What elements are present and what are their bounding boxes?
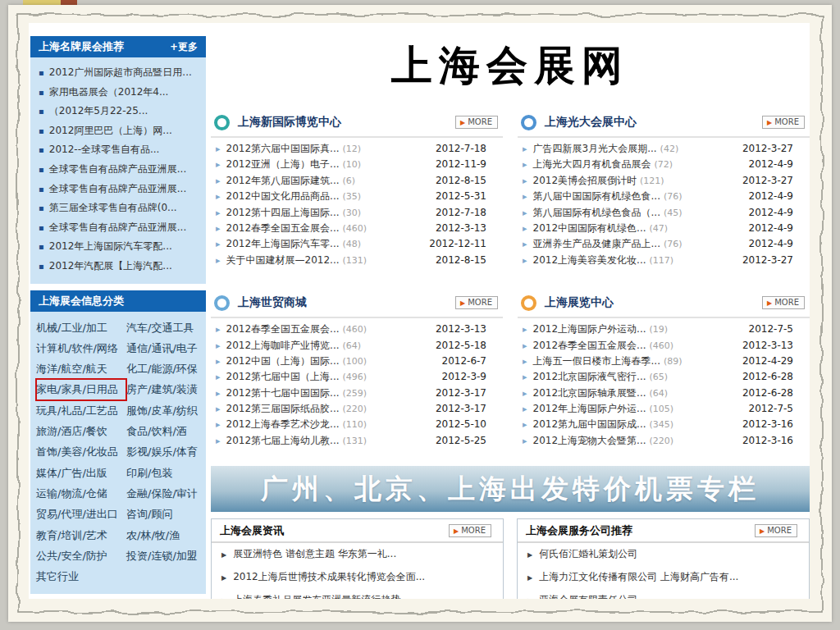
exhibition-title[interactable]: 2012第七届中国（上海... (226, 370, 340, 384)
recommend-more-link[interactable]: +更多 (170, 40, 198, 54)
category-link[interactable]: 媒体/广告/出版 (36, 463, 126, 483)
exhibition-title[interactable]: 2012上海春季艺术沙龙... (226, 418, 340, 431)
exhibition-title[interactable]: 2012上海宠物大会暨第... (533, 434, 646, 448)
exhibition-row[interactable]: 2012第十四届上海国际... (30) 2012-7-18 (211, 206, 503, 221)
category-link[interactable]: 汽车/交通工具 (126, 317, 203, 338)
recommend-item[interactable]: 2012广州国际超市商品暨日用... (37, 63, 203, 83)
recommend-item[interactable]: 2012年上海国际汽车零配... (37, 237, 203, 257)
exhibition-title[interactable]: 2012年上海国际户外运... (533, 402, 646, 416)
section-title[interactable]: 上海新国际博览中心 (238, 115, 341, 130)
exhibition-row[interactable]: 2012美博会招展倒计时 (121) 2012-3-27 (518, 174, 810, 189)
exhibition-title[interactable]: 2012春季全国五金展会... (226, 322, 340, 336)
more-button[interactable]: MORE (755, 524, 797, 537)
exhibition-row[interactable]: 2012春季全国五金展会... (460) 2012-3-13 (211, 322, 503, 338)
exhibition-row[interactable]: 2012上海咖啡产业博览... (64) 2012-5-18 (211, 339, 503, 354)
exhibition-title[interactable]: 第八届国际有机绿色食品（... (533, 206, 660, 220)
category-link[interactable]: 公共/安全/防护 (36, 546, 126, 566)
exhibition-row[interactable]: 2012第三届国际纸品胶... (220) 2012-3-17 (211, 402, 503, 418)
recommend-item[interactable]: 家用电器展会（2012年4... (37, 83, 203, 103)
exhibition-row[interactable]: 2012中国（上海）国际... (100) 2012-6-7 (211, 354, 503, 370)
exhibition-row[interactable]: 2012春季全国五金展会... (460) 2012-3-13 (518, 339, 810, 354)
section-title[interactable]: 上海光大会展中心 (545, 115, 637, 130)
category-link[interactable]: 首饰/美容/化妆品 (36, 441, 126, 462)
exhibition-row[interactable]: 2012年上海国际户外运... (105) 2012-7-5 (518, 402, 810, 418)
news-item[interactable]: 上海春季礼品展发布亚洲最新流行趋势 (212, 589, 503, 599)
news-item[interactable]: 展亚洲特色 谱创意主题 华东第一礼... (212, 543, 503, 566)
exhibition-title[interactable]: 2012年上海国际汽车零... (226, 237, 340, 251)
exhibition-title[interactable]: 2012中国国际有机绿色... (533, 221, 646, 235)
exhibition-title[interactable]: 第八届中国国际有机绿色食... (533, 189, 660, 203)
exhibition-row[interactable]: 上海五一假日楼市上海春季... (89) 2012-4-29 (518, 354, 810, 370)
exhibition-row[interactable]: 2012中国文化用品商品... (35) 2012-5-31 (211, 189, 503, 205)
category-link[interactable]: 其它行业 (36, 566, 126, 587)
exhibition-row[interactable]: 关于中国建材展—2012... (131) 2012-8-15 (211, 253, 503, 269)
exhibition-title[interactable]: 2012上海美容美发化妆... (533, 253, 646, 267)
section-title[interactable]: 上海世贸商城 (238, 295, 307, 310)
category-link[interactable]: 计算机/软件/网络 (36, 338, 126, 358)
category-link[interactable]: 金融/保险/审计 (126, 483, 203, 504)
exhibition-title[interactable]: 2012上海国际户外运动... (533, 322, 646, 336)
category-link[interactable]: 贸易/代理/进出口 (36, 504, 126, 524)
recommend-item[interactable]: 2012--全球零售自有品... (37, 140, 203, 160)
exhibition-row[interactable]: 2012年上海国际汽车零... (48) 2012-12-11 (211, 237, 503, 253)
exhibition-row[interactable]: 2012亚洲（上海）电子... (10) 2012-11-9 (211, 158, 503, 173)
company-item[interactable]: 何氏佰汇婚礼策划公司 (518, 543, 809, 566)
exhibition-row[interactable]: 2012年第八届国际建筑... (6) 2012-8-15 (211, 174, 503, 189)
recommend-item[interactable]: 第三届全球零售自有品牌(0... (37, 199, 203, 218)
exhibition-title[interactable]: 2012中国文化用品商品... (226, 189, 340, 203)
category-link[interactable]: 通信/通讯/电子 (126, 338, 203, 358)
airfare-banner[interactable]: 广州、北京、上海出发特价机票专栏 (211, 466, 810, 512)
exhibition-row[interactable]: 亚洲养生产品及健康产品上... (76) 2012-4-9 (518, 237, 810, 253)
recommend-item[interactable]: 全球零售自有品牌产品亚洲展... (37, 160, 203, 180)
exhibition-title[interactable]: 2012春季全国五金展会... (226, 221, 340, 235)
more-button[interactable]: MORE (455, 116, 498, 129)
exhibition-title[interactable]: 上海光大四月有机食品展会 (533, 158, 651, 171)
category-link[interactable]: 农/林/牧/渔 (126, 525, 203, 546)
exhibition-title[interactable]: 2012年第八届国际建筑... (226, 174, 340, 188)
exhibition-row[interactable]: 2012上海宠物大会暨第... (220) 2012-3-16 (518, 434, 810, 450)
exhibition-row[interactable]: 2012第九届中国国际成... (345) 2012-3-16 (518, 418, 810, 433)
category-link[interactable]: 教育/培训/艺术 (36, 525, 126, 546)
company-item[interactable]: 上海力江文化传播有限公司 上海财高广告有... (518, 566, 809, 589)
exhibition-title[interactable]: 2012中国（上海）国际... (226, 354, 340, 368)
category-link[interactable]: 化工/能源/环保 (126, 358, 203, 379)
recommend-item[interactable]: 全球零售自有品牌产品亚洲展... (37, 180, 203, 199)
category-link[interactable]: 机械/工业/加工 (36, 317, 126, 338)
exhibition-title[interactable]: 亚洲养生产品及健康产品上... (533, 237, 660, 251)
category-link[interactable]: 投资/连锁/加盟 (126, 546, 203, 566)
more-button[interactable]: MORE (762, 296, 805, 309)
category-link[interactable]: 房产/建筑/装潢 (126, 379, 203, 399)
exhibition-title[interactable]: 2012第六届中国国际真... (226, 142, 340, 156)
site-logo-title[interactable]: 上海会展网 (211, 41, 810, 90)
exhibition-row[interactable]: 2012北京国际轴承展暨... (64) 2012-6-28 (518, 386, 810, 402)
exhibition-title[interactable]: 2012美博会招展倒计时 (533, 174, 637, 188)
exhibition-title[interactable]: 2012第七届上海幼儿教... (226, 434, 340, 448)
exhibition-row[interactable]: 2012第七届上海幼儿教... (131) 2012-5-25 (211, 434, 503, 450)
exhibition-row[interactable]: 2012春季全国五金展会... (460) 2012-3-13 (211, 221, 503, 237)
category-link[interactable]: 旅游/酒店/餐饮 (36, 421, 126, 441)
exhibition-row[interactable]: 2012北京国际液气密行... (65) 2012-6-28 (518, 370, 810, 386)
exhibition-row[interactable]: 2012中国国际有机绿色... (47) 2012-4-9 (518, 221, 810, 237)
exhibition-title[interactable]: 关于中国建材展—2012... (226, 253, 340, 267)
exhibition-row[interactable]: 2012第十七届中国国际... (259) 2012-3-17 (211, 386, 503, 402)
exhibition-title[interactable]: 2012上海咖啡产业博览... (226, 339, 340, 353)
recommend-item[interactable]: 全球零售自有品牌产品亚洲展... (37, 218, 203, 238)
category-link[interactable]: 印刷/包装 (126, 463, 203, 483)
exhibition-row[interactable]: 2012第六届中国国际真... (12) 2012-7-18 (211, 142, 503, 158)
category-link[interactable]: 咨询/顾问 (126, 504, 203, 524)
exhibition-row[interactable]: 广告四新展3月光大会展期... (42) 2012-3-27 (518, 142, 810, 158)
exhibition-title[interactable]: 2012春季全国五金展会... (533, 339, 646, 353)
category-link[interactable]: 家电/家具/日用品 (36, 379, 126, 399)
more-button[interactable]: MORE (455, 296, 498, 309)
category-link[interactable]: 服饰/皮革/纺织 (126, 400, 203, 421)
company-item[interactable]: 亚海会展有限责任公司 (518, 589, 809, 599)
exhibition-row[interactable]: 2012上海美容美发化妆... (117) 2012-3-27 (518, 253, 810, 269)
exhibition-title[interactable]: 2012第十四届上海国际... (226, 206, 340, 220)
category-link[interactable]: 运输/物流/仓储 (36, 483, 126, 504)
section-title[interactable]: 上海展览中心 (545, 295, 614, 310)
exhibition-row[interactable]: 2012第七届中国（上海... (496) 2012-3-9 (211, 370, 503, 386)
exhibition-title[interactable]: 2012亚洲（上海）电子... (226, 158, 340, 171)
category-link[interactable]: 影视/娱乐/体育 (126, 441, 203, 462)
exhibition-title[interactable]: 2012第三届国际纸品胶... (226, 402, 340, 416)
category-link[interactable]: 海洋/航空/航天 (36, 358, 126, 379)
